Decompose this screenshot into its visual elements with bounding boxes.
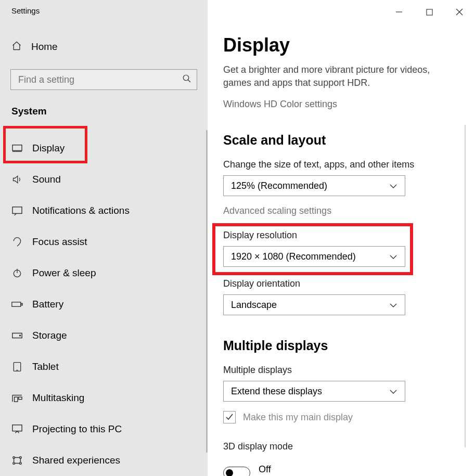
- nav-projecting[interactable]: Projecting to this PC: [0, 414, 208, 445]
- share-icon: [11, 455, 23, 466]
- nav-storage[interactable]: Storage: [0, 320, 208, 351]
- orientation-label: Display orientation: [223, 278, 459, 289]
- nav-battery[interactable]: Battery: [0, 289, 208, 320]
- power-icon: [11, 267, 23, 279]
- home-label: Home: [31, 41, 58, 53]
- svg-point-10: [19, 335, 20, 336]
- nav-label: Storage: [32, 330, 67, 341]
- main-display-checkbox-row[interactable]: Make this my main display: [223, 411, 459, 423]
- orientation-value: Landscape: [231, 300, 277, 311]
- home-icon: [11, 41, 22, 53]
- project-icon: [11, 423, 23, 435]
- svg-point-20: [13, 462, 15, 465]
- content-scrollbar[interactable]: [465, 125, 466, 447]
- maximize-button[interactable]: [424, 7, 434, 17]
- multi-value: Extend these displays: [231, 386, 322, 397]
- nav-display[interactable]: Display: [0, 133, 208, 164]
- titlebar: [223, 0, 465, 21]
- section-label: System: [0, 90, 208, 117]
- nav-notifications[interactable]: Notifications & actions: [0, 195, 208, 226]
- svg-rect-2: [12, 145, 22, 151]
- nav-shared[interactable]: Shared experiences: [0, 445, 208, 476]
- nav-label: Display: [32, 143, 65, 154]
- checkbox-icon[interactable]: [223, 411, 236, 423]
- mode3d-label: 3D display mode: [223, 441, 459, 452]
- chevron-down-icon: [389, 251, 397, 262]
- notifications-icon: [11, 205, 23, 216]
- svg-rect-16: [19, 397, 22, 400]
- nav-power[interactable]: Power & sleep: [0, 258, 208, 289]
- sidebar: Settings Home System Display Sound: [0, 0, 208, 476]
- svg-line-1: [188, 80, 190, 82]
- chevron-down-icon: [389, 300, 397, 311]
- svg-rect-4: [12, 207, 22, 214]
- scale-heading: Scale and layout: [223, 133, 459, 148]
- multitask-icon: [11, 392, 23, 404]
- nav-label: Focus assist: [32, 236, 87, 248]
- svg-point-21: [20, 462, 22, 465]
- orientation-dropdown[interactable]: Landscape: [223, 294, 405, 315]
- window-title: Settings: [0, 0, 208, 24]
- multi-label: Multiple displays: [223, 365, 459, 376]
- search-input[interactable]: [18, 74, 165, 85]
- nav-label: Power & sleep: [32, 267, 96, 279]
- toggle-knob: [226, 469, 233, 476]
- mode3d-value: Off: [259, 464, 271, 475]
- nav-tablet[interactable]: Tablet: [0, 351, 208, 382]
- nav-label: Projecting to this PC: [32, 423, 122, 435]
- minimize-button[interactable]: [394, 7, 404, 17]
- multi-dropdown[interactable]: Extend these displays: [223, 381, 405, 402]
- advanced-scaling-link[interactable]: Advanced scaling settings: [223, 205, 459, 216]
- scale-value: 125% (Recommended): [231, 181, 327, 191]
- nav-label: Shared experiences: [32, 455, 120, 466]
- storage-icon: [11, 330, 23, 341]
- nav-label: Notifications & actions: [32, 205, 130, 216]
- content-pane: Display Get a brighter and more vibrant …: [208, 0, 475, 476]
- svg-rect-11: [14, 363, 20, 371]
- nav-sound[interactable]: Sound: [0, 164, 208, 195]
- resolution-dropdown[interactable]: 1920 × 1080 (Recommended): [223, 246, 405, 267]
- resolution-value: 1920 × 1080 (Recommended): [231, 251, 356, 262]
- svg-point-0: [183, 75, 189, 81]
- chevron-down-icon: [389, 181, 397, 191]
- main-display-label: Make this my main display: [243, 412, 353, 423]
- resolution-label: Display resolution: [223, 230, 459, 241]
- scale-dropdown[interactable]: 125% (Recommended): [223, 175, 405, 196]
- display-icon: [11, 143, 23, 154]
- svg-point-18: [13, 457, 15, 459]
- svg-rect-23: [426, 9, 432, 15]
- svg-rect-17: [12, 425, 22, 431]
- chevron-down-icon: [389, 386, 397, 397]
- focus-icon: [11, 236, 23, 248]
- intro-text: Get a brighter and more vibrant picture …: [223, 63, 455, 89]
- nav-label: Sound: [32, 174, 61, 185]
- svg-rect-15: [15, 397, 18, 402]
- nav-label: Multitasking: [32, 392, 84, 404]
- nav-list: Display Sound Notifications & actions Fo…: [0, 133, 208, 476]
- mode3d-toggle[interactable]: [223, 467, 250, 476]
- svg-rect-8: [21, 303, 23, 305]
- battery-icon: [11, 299, 23, 310]
- nav-label: Tablet: [32, 361, 59, 372]
- svg-rect-7: [12, 302, 21, 306]
- nav-multitask[interactable]: Multitasking: [0, 382, 208, 414]
- close-button[interactable]: [454, 7, 465, 17]
- search-box[interactable]: [10, 69, 197, 90]
- sound-icon: [11, 174, 23, 185]
- scale-label: Change the size of text, apps, and other…: [223, 159, 459, 170]
- tablet-icon: [11, 361, 23, 372]
- home-button[interactable]: Home: [0, 31, 208, 62]
- search-icon: [182, 74, 191, 85]
- multi-heading: Multiple displays: [223, 338, 459, 353]
- nav-focus[interactable]: Focus assist: [0, 226, 208, 258]
- svg-point-19: [20, 457, 22, 459]
- nav-label: Battery: [32, 299, 63, 310]
- settings-window: Settings Home System Display Sound: [0, 0, 475, 476]
- hd-color-link[interactable]: Windows HD Color settings: [223, 99, 459, 110]
- page-title: Display: [223, 34, 459, 56]
